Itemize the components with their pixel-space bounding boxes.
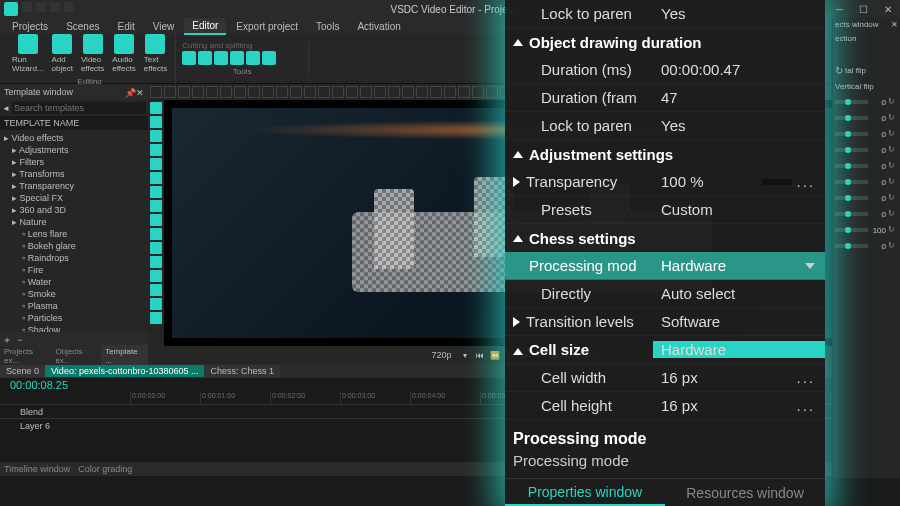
pin-icon[interactable]: 📌 [125,88,133,96]
slider-thumb[interactable] [845,99,851,105]
mini-slider[interactable] [762,179,792,185]
property-row[interactable]: Duration (ms)00:00:00.47 [505,56,825,84]
slider-thumb[interactable] [845,147,851,153]
quick-icon[interactable] [64,2,74,12]
overlay-tab[interactable]: Properties window [505,479,665,506]
viewport-tool-icon[interactable] [486,86,498,98]
more-icon[interactable]: ... [796,369,815,386]
slider-thumb[interactable] [845,195,851,201]
slider-thumb[interactable] [845,179,851,185]
property-value[interactable]: Auto select [653,285,825,302]
collapse-icon[interactable] [513,235,523,242]
viewport-tool-icon[interactable] [374,86,386,98]
reset-icon[interactable]: ↻ [888,225,898,235]
property-section[interactable]: Chess settings [505,224,825,252]
ribbon-button[interactable]: Texteffects [142,32,169,75]
property-section[interactable]: Object drawing duration [505,28,825,56]
slider-track[interactable] [835,212,868,216]
slider-track[interactable] [835,164,868,168]
more-icon[interactable]: ... [796,173,815,190]
property-row[interactable]: Cell width16 px... [505,364,825,392]
viewport-tool-icon[interactable] [304,86,316,98]
property-value[interactable]: Software [653,313,825,330]
slider-track[interactable] [835,196,868,200]
viewport-tool-icon[interactable] [164,86,176,98]
property-row[interactable]: Transition levelsSoftware [505,308,825,336]
reset-icon[interactable]: ↻ [888,209,898,219]
tool-icon[interactable] [198,51,212,65]
side-tool-icon[interactable] [150,130,162,142]
slider-row[interactable]: 0↻ [833,110,900,126]
reset-icon[interactable]: ↻ [835,65,843,76]
property-row[interactable]: Duration (fram47 [505,84,825,112]
menu-item-tools[interactable]: Tools [308,19,347,34]
property-value[interactable]: Custom [653,201,825,218]
viewport-tool-icon[interactable] [444,86,456,98]
side-tool-icon[interactable] [150,158,162,170]
slider-track[interactable] [835,228,868,232]
ribbon-button[interactable]: Audioeffects [110,32,137,75]
timeline-tab[interactable]: Scene 0 [0,365,45,377]
collapse-icon[interactable] [513,39,523,46]
reset-icon[interactable]: ↻ [888,193,898,203]
close-icon[interactable]: ✕ [891,20,898,30]
viewport-tool-icon[interactable] [346,86,358,98]
property-row[interactable]: Lock to parenYes [505,0,825,28]
viewport-tool-icon[interactable] [416,86,428,98]
viewport-tool-icon[interactable] [150,86,162,98]
chevron-down-icon[interactable] [805,263,815,269]
maximize-button[interactable]: ☐ [855,4,872,15]
slider-row[interactable]: 0↻ [833,238,900,254]
property-row[interactable]: Processing modHardware [505,252,825,280]
timeline-tab[interactable]: Video: pexels-cottonbro-10380605 ... [45,365,204,377]
property-value[interactable]: Yes [653,5,825,22]
tree-item[interactable]: ▫ Fire [2,264,146,276]
property-value[interactable]: 16 px [653,369,796,386]
viewport-tool-icon[interactable] [458,86,470,98]
tree-item[interactable]: ▸ Transparency [2,180,146,192]
side-tool-icon[interactable] [150,186,162,198]
reset-icon[interactable]: ↻ [888,97,898,107]
property-row[interactable]: Cell sizeHardware [505,336,825,364]
ribbon-button[interactable]: Videoeffects [79,32,106,75]
viewport-tool-icon[interactable] [430,86,442,98]
tree-item[interactable]: ▫ Smoke [2,288,146,300]
property-row[interactable]: PresetsCustom [505,196,825,224]
property-row[interactable]: DirectlyAuto select [505,280,825,308]
quick-icon[interactable] [36,2,46,12]
status-item[interactable]: Color grading [78,464,132,474]
viewport-tool-icon[interactable] [234,86,246,98]
menu-item-activation[interactable]: Activation [349,19,408,34]
quick-icon[interactable] [22,2,32,12]
resolution-label[interactable]: 720p [427,350,455,360]
slider-thumb[interactable] [845,115,851,121]
viewport-tool-icon[interactable] [332,86,344,98]
side-tool-icon[interactable] [150,256,162,268]
side-tool-icon[interactable] [150,284,162,296]
tree-item[interactable]: ▫ Raindrops [2,252,146,264]
tree-item[interactable]: ▫ Bokeh glare [2,240,146,252]
viewport-tool-icon[interactable] [262,86,274,98]
tree-item[interactable]: ▸ Video effects [2,132,146,144]
reset-icon[interactable]: ↻ [888,129,898,139]
side-tool-icon[interactable] [150,102,162,114]
side-tool-icon[interactable] [150,144,162,156]
flip-h-label[interactable]: tal flip [845,66,866,75]
viewport-tool-icon[interactable] [472,86,484,98]
reset-icon[interactable]: ↻ [888,241,898,251]
tool-icon[interactable] [214,51,228,65]
viewport-tool-icon[interactable] [192,86,204,98]
property-value[interactable]: Hardware [653,341,825,358]
viewport-tool-icon[interactable] [318,86,330,98]
panel-tab[interactable]: Objects ex... [51,345,101,367]
viewport-tool-icon[interactable] [248,86,260,98]
panel-tab[interactable]: Template ... [101,345,148,367]
menu-item-export-project[interactable]: Export project [228,19,306,34]
property-value[interactable]: Yes [653,117,825,134]
property-section[interactable]: Adjustment settings [505,140,825,168]
slider-thumb[interactable] [845,131,851,137]
tree-item[interactable]: ▫ Water [2,276,146,288]
tree-item[interactable]: ▸ Special FX [2,192,146,204]
more-icon[interactable]: ... [796,397,815,414]
slider-thumb[interactable] [845,163,851,169]
